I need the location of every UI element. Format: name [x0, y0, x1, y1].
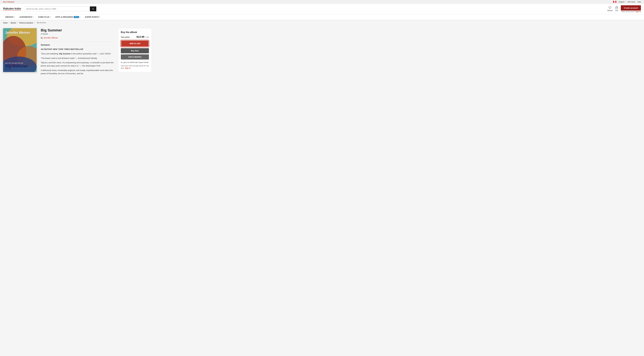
language-selector[interactable]: English ▾: [618, 1, 625, 3]
cover-novel: A Novel: [5, 68, 34, 70]
logo-underline: [3, 10, 21, 10]
create-account-button[interactable]: Create account: [621, 5, 641, 10]
cover-author: Jennifer Weiner: [5, 31, 34, 34]
breadcrumb-ebooks[interactable]: eBooks: [10, 22, 16, 23]
cart-icon: [615, 6, 618, 9]
buy-panel-title: Buy the eBook: [121, 31, 149, 34]
cover-nyt: New York Times BESTSELLER: [5, 62, 34, 64]
book-title: Big Summer: [41, 28, 114, 32]
nav-apps-label: APPS & eREADERS: [55, 16, 73, 18]
super-points-text: Or, get it for 6400 Kobo Super Points!: [121, 61, 149, 64]
logo-text: Rakuten kobo: [3, 7, 21, 10]
buy-panel-sign-in-link[interactable]: Sign in: [125, 67, 130, 69]
header: Rakuten kobo Wishlist Cart Crea: [0, 4, 644, 14]
svg-rect-2: [616, 1, 616, 3]
price-currency: CAD: [146, 36, 149, 38]
header-actions: Wishlist Cart Create account Have an acc…: [608, 5, 641, 12]
sale-badge: SALE: [74, 16, 79, 18]
search-icon: [92, 8, 94, 10]
logo-rakuten: Rakuten: [3, 7, 14, 10]
search-input[interactable]: [24, 6, 90, 11]
nav-ebooks-label: eBOOKS: [6, 16, 14, 18]
wishlist-label: Wishlist: [608, 10, 613, 11]
book-info: Big Summer A Novel by Jennifer Weiner Sy…: [41, 28, 114, 76]
book-subtitle: A Novel: [41, 33, 114, 35]
audiobooks-chevron-icon: ▾: [33, 16, 34, 18]
nav-audiobooks-label: AUDIOBOOKS: [20, 16, 32, 18]
sign-in-block: Have an account? Sign in: [621, 10, 641, 12]
nav-kobo-plus-label: KOBO PLUS: [38, 16, 50, 18]
breadcrumb-current: Big Summer: [37, 22, 46, 23]
account-section: Create account Have an account? Sign in: [621, 5, 641, 12]
logo-kobo: kobo: [14, 7, 21, 10]
breadcrumb-sep-3: /: [34, 22, 35, 23]
nav-super-points-label: SUPER POINTS: [85, 16, 99, 18]
synopsis-label: Synopsis: [41, 44, 114, 46]
price-label: Your price: [121, 36, 130, 38]
synopsis-text: AN INSTANT NEW YORK TIMES BESTSELLER "Se…: [41, 48, 114, 75]
add-to-cart-button[interactable]: Add to cart: [121, 40, 149, 47]
search-button[interactable]: [90, 6, 96, 11]
sign-in-prompt: See if you have enough points for this i…: [121, 65, 149, 69]
nav-item-kobo-plus[interactable]: KOBO PLUS ▾: [36, 14, 53, 20]
cart-label: Cart: [615, 10, 618, 11]
nav-item-audiobooks[interactable]: AUDIOBOOKS ▾: [17, 14, 36, 20]
svg-text:🍁: 🍁: [614, 1, 616, 3]
nav-item-super-points[interactable]: SUPER POINTS ▾: [82, 14, 102, 20]
earn-rewards-link[interactable]: Earn Rewards: [3, 1, 14, 3]
gift-cards-link[interactable]: Gift Cards: [628, 1, 635, 3]
wishlist-button[interactable]: Wishlist: [608, 6, 613, 11]
by-text: by: [41, 37, 43, 39]
price-block: $13.99 CAD: [136, 35, 149, 38]
super-points-chevron-icon: ▾: [100, 16, 100, 18]
breadcrumb: Home / eBooks / Fiction & Literature / B…: [0, 20, 644, 25]
synopsis-line-5: A deliciously funny, remarkably poignant…: [41, 69, 114, 75]
breadcrumb-home[interactable]: Home: [3, 22, 8, 23]
book-cover-section: Jennifer Weiner New York Times BESTSELLE…: [3, 28, 36, 76]
breadcrumb-category[interactable]: Fiction & Literature: [19, 22, 33, 23]
price-row: Your price $13.99 CAD: [121, 35, 149, 38]
breadcrumb-sep-1: /: [9, 22, 10, 23]
help-link[interactable]: Help: [638, 1, 641, 3]
heart-icon: [608, 6, 612, 9]
synopsis-line-4: "Big fun, and then some. It's empowering…: [41, 61, 114, 67]
price-amount: $13.99: [136, 35, 144, 38]
breadcrumb-sep-2: /: [18, 22, 18, 23]
nav-item-apps-ereaders[interactable]: APPS & eREADERS SALE ▾: [53, 14, 83, 20]
add-to-wishlist-button[interactable]: Add to Wishlist: [121, 54, 149, 59]
synopsis-line-2: "Sexy and satisfying, Big Summer is the …: [41, 52, 114, 55]
canada-flag-icon: 🍁: [613, 1, 616, 3]
cover-title: Big Summer: [5, 64, 34, 68]
have-account-text: Have an account?: [621, 10, 635, 12]
top-bar-right: 🍁 English ▾ Gift Cards Help: [613, 1, 641, 3]
kobo-plus-chevron-icon: ▾: [50, 16, 51, 18]
buy-panel: Buy the eBook Your price $13.99 CAD Add …: [118, 28, 152, 72]
book-cover-image: Jennifer Weiner New York Times BESTSELLE…: [3, 28, 36, 72]
book-author: by Jennifer Weiner: [41, 37, 114, 39]
cart-button[interactable]: Cart: [615, 6, 618, 11]
nav-item-ebooks[interactable]: eBOOKS ▾: [3, 14, 17, 20]
logo[interactable]: Rakuten kobo: [3, 7, 21, 10]
language-label: English: [618, 1, 624, 3]
synopsis-line-1: AN INSTANT NEW YORK TIMES BESTSELLER: [41, 48, 114, 51]
sign-in-link[interactable]: Sign in: [635, 10, 641, 12]
apps-chevron-icon: ▾: [80, 16, 80, 18]
search-bar: [24, 6, 96, 11]
buy-now-button[interactable]: Buy Now: [121, 48, 149, 53]
author-link[interactable]: Jennifer Weiner: [44, 37, 58, 39]
synopsis-line-3: "The beach read to end all beach reads."…: [41, 57, 114, 60]
top-bar: Earn Rewards 🍁 English ▾ Gift Cards Help: [0, 0, 644, 4]
main-content: Jennifer Weiner New York Times BESTSELLE…: [0, 25, 155, 79]
language-chevron-icon: ▾: [625, 1, 625, 2]
ebooks-chevron-icon: ▾: [14, 16, 15, 18]
nav-bar: eBOOKS ▾ AUDIOBOOKS ▾ KOBO PLUS ▾ APPS &…: [0, 14, 644, 20]
